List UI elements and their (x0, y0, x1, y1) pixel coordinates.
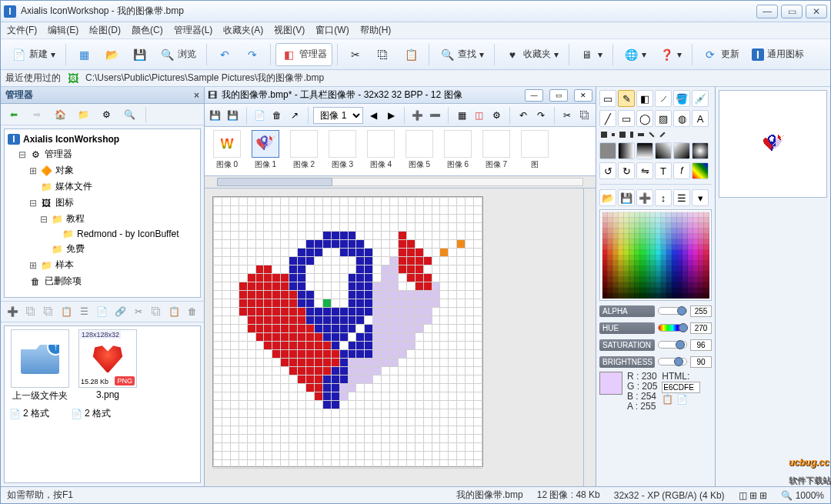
grad-solid[interactable] (599, 142, 616, 159)
pal-load[interactable]: 📂 (599, 189, 616, 206)
doc-delimg[interactable]: 🗑 (269, 106, 285, 125)
picker-tool[interactable]: 💉 (692, 90, 709, 107)
fb-cut[interactable]: ✂ (130, 303, 147, 320)
doc-close-button[interactable]: ✕ (574, 89, 592, 102)
fb-copy[interactable]: ⿻ (22, 303, 38, 320)
brush-3[interactable] (619, 132, 626, 138)
rotate-ccw[interactable]: ↺ (599, 162, 616, 179)
doc-grid[interactable]: ▦ (454, 106, 469, 125)
copy-button[interactable]: ⿻ (370, 43, 396, 66)
brush-2[interactable] (612, 133, 615, 136)
doc-cut[interactable]: ✂ (560, 106, 576, 125)
expand-toggle[interactable]: ⊞ (29, 165, 37, 176)
grid-icon-button[interactable]: ▦ (71, 43, 97, 66)
ellipse-tool[interactable]: ◯ (636, 110, 653, 127)
color-tool[interactable] (692, 162, 709, 179)
cut-button[interactable]: ✂ (342, 43, 369, 66)
doc-props[interactable]: ⚙ (489, 106, 505, 125)
menu-file[interactable]: 文件(F) (7, 24, 37, 37)
menu-edit[interactable]: 编辑(E) (48, 24, 78, 37)
redo-button[interactable]: ↷ (239, 43, 265, 66)
text-tool2[interactable]: T (655, 162, 672, 179)
up-folder-item[interactable]: ↑ 上一级文件夹 (8, 329, 72, 402)
brush-6[interactable] (649, 132, 654, 137)
rect-tool[interactable]: ▭ (618, 110, 635, 127)
maximize-button[interactable]: ▭ (781, 5, 803, 18)
panel-close-button[interactable]: × (194, 90, 199, 101)
strip-item-1[interactable]: 图像 1 (246, 130, 285, 172)
fb-paste[interactable]: 📋 (58, 303, 75, 320)
fb-list[interactable]: ☰ (75, 303, 92, 320)
menu-window[interactable]: 窗口(W) (315, 24, 349, 37)
fb-link[interactable]: 🔗 (112, 303, 128, 320)
strip-item-0[interactable]: W图像 0 (208, 130, 246, 172)
rotate-cw[interactable]: ↻ (618, 162, 635, 179)
pencil-tool[interactable]: ✎ (618, 90, 635, 107)
mgr-back-button[interactable]: ⬅ (4, 106, 24, 123)
brush-7[interactable] (659, 132, 665, 137)
color-swatch[interactable] (599, 372, 622, 395)
undo-button[interactable]: ↶ (212, 43, 238, 66)
strip-hscroll[interactable] (205, 176, 596, 189)
canvas-area[interactable] (205, 189, 583, 486)
menu-help[interactable]: 帮助(H) (360, 24, 392, 37)
mgr-options-button[interactable]: ⚙ (96, 106, 116, 123)
doc-maximize-button[interactable]: ▭ (549, 89, 568, 102)
mgr-home-button[interactable]: 🏠 (50, 106, 70, 123)
brush-4[interactable] (630, 132, 633, 138)
search-button[interactable]: 🔍查找▾ (434, 43, 489, 66)
minimize-button[interactable]: — (756, 5, 778, 18)
pal-list[interactable]: ☰ (673, 189, 690, 206)
browse-button[interactable]: 🔍浏览 (154, 43, 202, 66)
doc-addframe[interactable]: ➕ (410, 106, 426, 125)
html-color-input[interactable] (662, 382, 700, 393)
fb-newdoc[interactable]: 📄 (94, 303, 111, 320)
strip-item-7[interactable]: 图像 7 (477, 130, 516, 172)
doc-delframe[interactable]: ➖ (428, 106, 443, 125)
grad-v[interactable] (636, 142, 653, 159)
web-button[interactable]: 🌐▾ (618, 43, 652, 66)
alpha-slider[interactable]: ALPHA255 (599, 304, 712, 318)
menu-fav[interactable]: 收藏夹(A) (223, 24, 263, 37)
mgr-fwd-button[interactable]: ➡ (27, 106, 47, 123)
recent-path[interactable]: C:\Users\Public\Pictures\Sample Pictures… (85, 72, 324, 85)
flip-h[interactable]: ⇋ (636, 162, 653, 179)
pixel-canvas[interactable] (212, 196, 483, 467)
canvas-vscroll[interactable] (583, 189, 596, 486)
3d-rect-tool[interactable]: ▨ (655, 110, 672, 127)
screen-button[interactable]: 🖥▾ (574, 43, 608, 66)
3d-ellipse-tool[interactable]: ◍ (673, 110, 690, 127)
open-button[interactable]: 📂 (98, 43, 125, 66)
pal-add[interactable]: ➕ (636, 189, 653, 206)
doc-next[interactable]: ▶ (383, 106, 399, 125)
doc-newimg[interactable]: 📄 (252, 106, 267, 125)
doc-save[interactable]: 💾 (208, 106, 223, 125)
bri-slider[interactable]: BRIGHTNESS90 (599, 355, 712, 369)
strip-item-4[interactable]: 图像 4 (362, 130, 400, 172)
brush-5[interactable] (638, 133, 644, 136)
close-button[interactable]: ✕ (806, 5, 827, 18)
doc-saveall[interactable]: 💾 (225, 106, 241, 125)
expand-toggle[interactable]: ⊟ (18, 149, 26, 160)
strip-item-6[interactable]: 图像 6 (439, 130, 477, 172)
file-item-fmt1[interactable]: 📄2 格式 (8, 406, 66, 422)
doc-export[interactable]: ↗ (287, 106, 302, 125)
strip-item-3[interactable]: 图像 3 (323, 130, 362, 172)
sat-slider[interactable]: SATURATION96 (599, 338, 712, 352)
expand-toggle[interactable]: ⊞ (29, 260, 37, 271)
fb-delete[interactable]: 🗑 (184, 303, 201, 320)
color-palette[interactable] (599, 209, 712, 301)
mgr-folder-button[interactable]: 📁 (73, 106, 93, 123)
fav-button[interactable]: ♥收藏夹▾ (499, 43, 564, 66)
grad-h[interactable] (618, 142, 635, 159)
menu-color[interactable]: 颜色(C) (132, 24, 163, 37)
strip-item-2[interactable]: 图像 2 (285, 130, 323, 172)
text-tool[interactable]: A (692, 110, 709, 127)
strip-item-5[interactable]: 图像 5 (400, 130, 439, 172)
new-button[interactable]: 📄新建▾ (5, 43, 61, 66)
file-item-fmt2[interactable]: 📄2 格式 (69, 406, 128, 422)
expand-toggle[interactable]: ⊟ (29, 198, 37, 209)
universal-button[interactable]: I通用图标 (746, 43, 809, 66)
doc-prev[interactable]: ◀ (365, 106, 381, 125)
file-item-png[interactable]: 128x128x32 15.28 Kb PNG 3.png (75, 329, 140, 402)
